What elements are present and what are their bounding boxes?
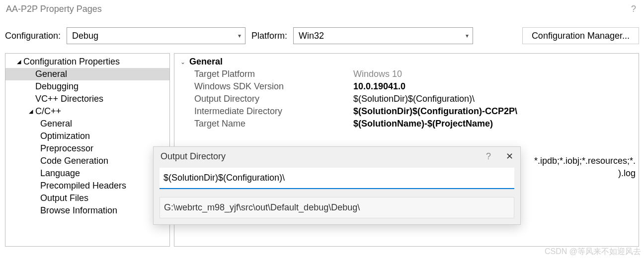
expander-open-icon[interactable]: ◢ xyxy=(27,108,34,115)
window-title: AA-P2P Property Pages xyxy=(6,4,102,14)
close-icon[interactable]: ✕ xyxy=(506,151,513,162)
expander-open-icon[interactable]: ◢ xyxy=(15,59,22,65)
tree-item-cpp-pch[interactable]: Precompiled Headers xyxy=(5,180,169,192)
platform-dropdown[interactable]: Win32 ▾ xyxy=(293,27,473,44)
tree-item-cpp-preprocessor[interactable]: Preprocessor xyxy=(5,142,169,155)
prop-windows-sdk[interactable]: Windows SDK Version 10.0.19041.0 xyxy=(174,80,639,93)
output-directory-input[interactable]: $(SolutionDir)$(Configuration)\ xyxy=(160,168,514,189)
titlebar: AA-P2P Property Pages ? xyxy=(0,0,644,18)
tree-item-vcdirs[interactable]: VC++ Directories xyxy=(5,93,169,105)
configuration-label: Configuration: xyxy=(5,31,61,41)
tree-item-cpp-language[interactable]: Language xyxy=(5,167,169,180)
prop-output-dir[interactable]: Output Directory $(SolutionDir)$(Configu… xyxy=(174,93,639,105)
configuration-dropdown[interactable]: Debug ▾ xyxy=(67,27,245,44)
tree-item-general[interactable]: General xyxy=(5,68,169,80)
chevron-down-icon: ⌄ xyxy=(180,59,185,65)
tree-root[interactable]: ◢ Configuration Properties xyxy=(5,56,169,68)
tree-item-cpp-output[interactable]: Output Files xyxy=(5,192,169,204)
output-directory-evaluated: G:\webrtc_m98_yjf\src\out\Default_debug\… xyxy=(160,197,514,218)
popup-titlebar: Output Directory ? ✕ xyxy=(154,147,520,166)
tree-item-cpp-optimization[interactable]: Optimization xyxy=(5,130,169,142)
popup-title: Output Directory xyxy=(161,151,226,162)
tree-item-debugging[interactable]: Debugging xyxy=(5,80,169,93)
chevron-down-icon: ▾ xyxy=(238,32,241,39)
popup-help-icon[interactable]: ? xyxy=(486,151,491,162)
platform-label: Platform: xyxy=(251,31,287,41)
tree-item-cpp[interactable]: ◢ C/C++ xyxy=(5,105,169,118)
platform-value: Win32 xyxy=(299,31,324,41)
prop-intermediate-dir[interactable]: Intermediate Directory $(SolutionDir)$(C… xyxy=(174,105,639,118)
section-general[interactable]: ⌄ General xyxy=(174,56,639,68)
tree-item-cpp-general[interactable]: General xyxy=(5,118,169,130)
tree-item-cpp-browse[interactable]: Browse Information xyxy=(5,204,169,217)
help-icon[interactable]: ? xyxy=(631,4,636,14)
property-tree[interactable]: ◢ Configuration Properties General Debug… xyxy=(5,53,170,247)
configuration-manager-button[interactable]: Configuration Manager... xyxy=(522,27,639,44)
prop-target-name[interactable]: Target Name $(SolutionName)-$(ProjectNam… xyxy=(174,118,639,130)
config-toolbar: Configuration: Debug ▾ Platform: Win32 ▾… xyxy=(0,18,644,53)
chevron-down-icon: ▾ xyxy=(466,32,469,39)
prop-target-platform[interactable]: Target Platform Windows 10 xyxy=(174,68,639,80)
configuration-value: Debug xyxy=(72,31,98,41)
watermark: CSDN @等风来不如迎风去 xyxy=(545,247,641,257)
output-directory-popup: Output Directory ? ✕ $(SolutionDir)$(Con… xyxy=(153,146,521,225)
tree-item-cpp-codegen[interactable]: Code Generation xyxy=(5,155,169,167)
